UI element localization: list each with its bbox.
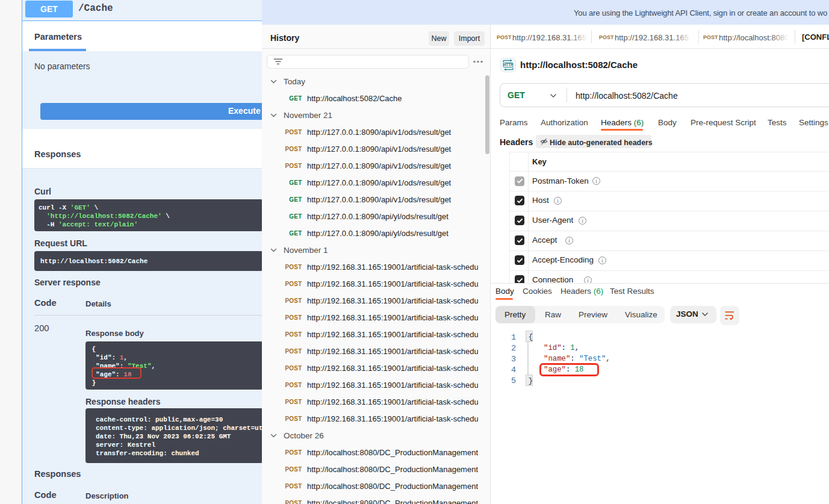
svg-text:HTTP: HTTP <box>503 63 514 67</box>
